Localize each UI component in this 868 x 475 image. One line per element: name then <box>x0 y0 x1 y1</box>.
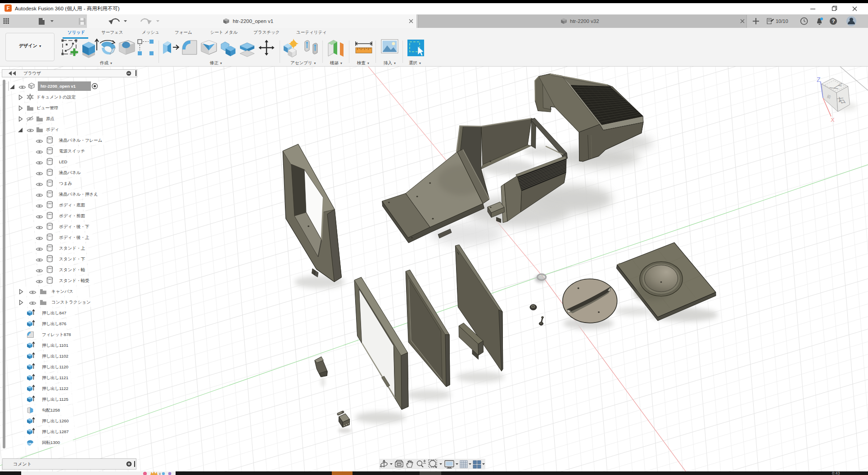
svg-text:10/10: 10/10 <box>776 18 788 24</box>
svg-text:Z: Z <box>817 76 821 83</box>
svg-text:?: ? <box>832 18 835 24</box>
svg-text:X: X <box>831 117 835 123</box>
